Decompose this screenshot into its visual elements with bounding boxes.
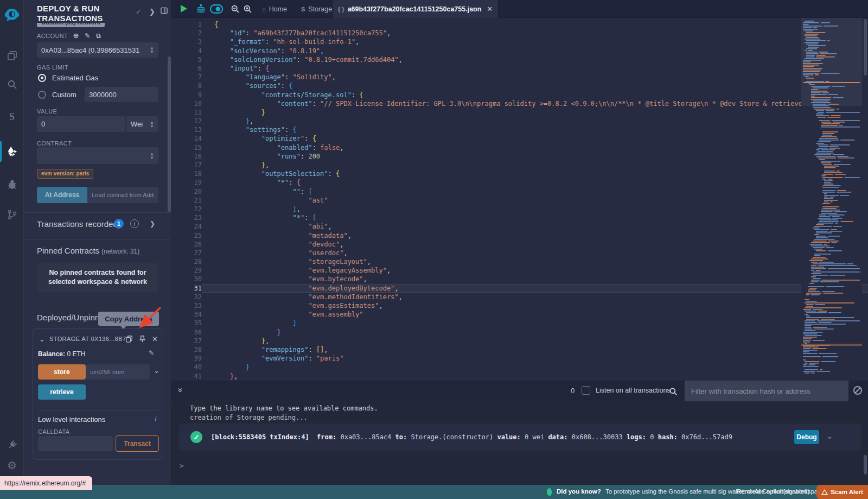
code-line[interactable]: 33 "evm.gasEstimates",: [171, 301, 868, 310]
code-line[interactable]: 35 ]: [171, 319, 868, 327]
git-icon[interactable]: [0, 205, 24, 224]
code-line[interactable]: 41 },: [171, 372, 868, 381]
settings-icon[interactable]: ⚙: [0, 456, 24, 475]
code-line[interactable]: 28 "storageLayout",: [171, 257, 868, 266]
edit-balance-icon[interactable]: ✎: [149, 349, 154, 357]
scam-alert-button[interactable]: Scam Alert: [816, 485, 868, 499]
contract-select[interactable]: ▲▼: [37, 147, 158, 164]
editor-scrollbar[interactable]: [863, 18, 868, 381]
code-line[interactable]: 22 ],: [171, 205, 868, 213]
terminal-prompt[interactable]: >: [180, 462, 184, 470]
code-line[interactable]: 40 }: [171, 363, 868, 371]
transaction-log[interactable]: ✓ [block:5583405 txIndex:4] from: 0xa03.…: [180, 424, 861, 451]
code-line[interactable]: 16 "runs": 200: [171, 152, 868, 161]
code-line[interactable]: 15 "enabled": false,: [171, 143, 868, 152]
store-button[interactable]: store: [38, 364, 86, 380]
debug-button[interactable]: Debug: [794, 430, 819, 444]
collapse-chevron-icon[interactable]: ❯: [149, 8, 155, 16]
search-icon[interactable]: [0, 75, 24, 93]
stepper-icon[interactable]: ▲▼: [150, 46, 154, 54]
code-line[interactable]: 31 "evm.deployedBytecode",: [171, 284, 868, 293]
listen-checkbox[interactable]: [582, 386, 590, 395]
stepper-icon[interactable]: ▲▼: [150, 121, 154, 128]
copilot-status[interactable]: RemixAI Copilot (enabled): [737, 488, 809, 495]
close-contract-icon[interactable]: ✕: [152, 335, 158, 343]
copy-account-icon[interactable]: ⧉: [96, 32, 101, 40]
code-line[interactable]: 2 "id": "a69b43f277ba20fcac141151250ca75…: [171, 29, 868, 37]
edit-account-icon[interactable]: ✎: [85, 32, 90, 40]
clear-console-icon[interactable]: [853, 386, 862, 395]
zoom-out-icon[interactable]: [231, 3, 240, 14]
code-line[interactable]: 5 "solcLongVersion": "0.8.19+commit.7dd6…: [171, 55, 868, 64]
run-script-icon[interactable]: [181, 3, 187, 14]
code-line[interactable]: 25 "metadata",: [171, 231, 868, 240]
add-account-icon[interactable]: ⊕: [73, 31, 79, 40]
code-line[interactable]: 26 "devdoc",: [171, 240, 868, 249]
expand-args-chevron-icon[interactable]: ⌄: [154, 367, 159, 375]
collapse-contract-chevron-icon[interactable]: ⌄: [39, 335, 45, 343]
copilot-toggle-icon[interactable]: [210, 3, 223, 14]
value-input[interactable]: [37, 116, 125, 132]
code-line[interactable]: 32 "evm.methodIdentifiers",: [171, 293, 868, 301]
account-select[interactable]: 0xA03...85ac4 (0.39866531531 ▲▼: [37, 42, 158, 58]
code-line[interactable]: 30 "evm.bytecode",: [171, 275, 868, 283]
expand-terminal-icon[interactable]: »: [176, 388, 186, 392]
value-unit-select[interactable]: Wei ▲▼: [126, 116, 158, 132]
code-line[interactable]: 18 "outputSelection": {: [171, 169, 868, 178]
plugin-manager-icon[interactable]: [0, 435, 24, 454]
code-line[interactable]: 10 "content": "// SPDX-License-Identifie…: [171, 99, 868, 108]
info-icon[interactable]: i: [130, 219, 139, 228]
code-line[interactable]: 14 "optimizer": {: [171, 134, 868, 143]
expand-chevron-icon[interactable]: ❯: [150, 220, 155, 228]
pin-panel-icon[interactable]: [160, 7, 168, 16]
custom-gas-input[interactable]: [85, 87, 158, 102]
debugger-icon[interactable]: [0, 175, 24, 193]
code-line[interactable]: 36 }: [171, 328, 868, 337]
panel-scrollbar[interactable]: [168, 56, 171, 212]
code-line[interactable]: 23 "*": [: [171, 213, 868, 222]
zoom-in-icon[interactable]: [243, 3, 252, 14]
copy-address-icon[interactable]: [125, 335, 133, 345]
at-address-input[interactable]: [87, 187, 158, 203]
custom-gas-radio[interactable]: [38, 91, 46, 99]
info-icon[interactable]: i: [151, 414, 160, 423]
code-line[interactable]: 13 "settings": {: [171, 125, 868, 134]
transact-button[interactable]: Transact: [116, 435, 159, 452]
file-explorer-icon[interactable]: [0, 46, 24, 65]
code-line[interactable]: 1{: [171, 20, 868, 29]
stepper-icon[interactable]: ▲▼: [150, 152, 154, 160]
calldata-input[interactable]: [38, 436, 113, 451]
code-line[interactable]: 21 "ast": [171, 196, 868, 205]
minimap[interactable]: [801, 18, 862, 381]
code-line[interactable]: 7 "language": "Solidity",: [171, 73, 868, 81]
pin-contract-icon[interactable]: [139, 335, 146, 345]
close-tab-icon[interactable]: ✕: [487, 5, 493, 13]
ai-copilot-robot-icon[interactable]: [196, 3, 206, 14]
code-line[interactable]: 4 "solcVersion": "0.8.19",: [171, 47, 868, 55]
tab-build-info-json[interactable]: { } a69b43f277ba20fcac141151250ca755.jso…: [332, 0, 499, 18]
code-editor[interactable]: 1{2 "id": "a69b43f277ba20fcac141151250ca…: [171, 18, 868, 381]
tab-home[interactable]: ⌂ Home: [257, 0, 292, 18]
code-line[interactable]: 3 "_format": "hh-sol-build-info-1",: [171, 37, 868, 46]
code-line[interactable]: 6 "input": {: [171, 64, 868, 73]
solidity-compiler-icon[interactable]: S: [0, 108, 24, 126]
code-line[interactable]: 12 },: [171, 117, 868, 125]
code-line[interactable]: 11 }: [171, 108, 868, 117]
transaction-filter-input[interactable]: [685, 381, 848, 401]
code-line[interactable]: 27 "userdoc",: [171, 249, 868, 257]
search-icon[interactable]: [669, 386, 678, 397]
code-line[interactable]: 9 "contracts/Storage.sol": {: [171, 91, 868, 99]
code-line[interactable]: 34 "evm.assembly": [171, 310, 868, 319]
code-line[interactable]: 20 "": [: [171, 187, 868, 196]
code-line[interactable]: 39 "evmVersion": "paris": [171, 354, 868, 363]
deploy-run-icon[interactable]: [0, 142, 24, 161]
terminal-scrollbar[interactable]: [864, 455, 867, 475]
retrieve-button[interactable]: retrieve: [38, 384, 86, 400]
code-line[interactable]: 38 "remappings": [],: [171, 345, 868, 354]
at-address-button[interactable]: At Address: [37, 187, 87, 203]
store-args-input[interactable]: [86, 364, 150, 380]
code-line[interactable]: 19 "*": {: [171, 178, 868, 187]
code-line[interactable]: 37 },: [171, 337, 868, 345]
code-line[interactable]: 17 },: [171, 161, 868, 169]
remix-logo[interactable]: [0, 7, 24, 25]
